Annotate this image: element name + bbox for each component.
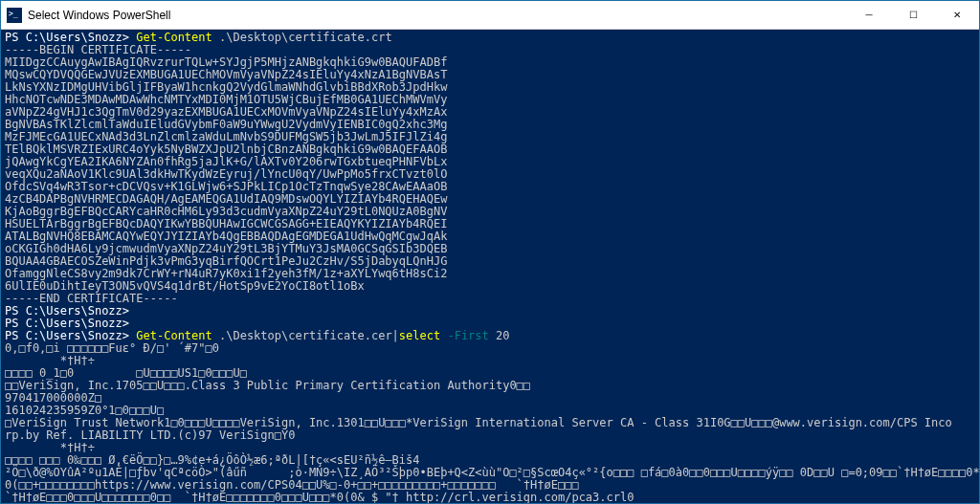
powershell-icon [7, 8, 22, 23]
command-arg: .\Desktop\certificate.cer| [212, 329, 399, 342]
output-line: 161024235959Z0°1□0□□□U□ [5, 404, 164, 417]
maximize-button[interactable]: ☐ [891, 1, 935, 29]
output-line: □□□□ 0_1□0 □U□□□□US1□0□□□U□ [5, 366, 247, 380]
output-line: -----BEGIN CERTIFICATE----- [5, 43, 191, 56]
output-line: 0,□f0,□i □□□□□□Fuɛ° Ð/□' ´#7"□0 [5, 341, 219, 355]
output-line: □VeriSign Trust Network1□0□□□U□□□□VeriSi… [5, 416, 952, 429]
terminal-output[interactable]: PS C:\Users\Snozz> Get-Content .\Desktop… [1, 30, 979, 503]
output-line: `†H†øE□□□0□□□U□□□□□□□0□□ `†H†øE□□□□□□□0□… [5, 491, 634, 503]
output-line: □□□□ □□□ 0‰□□□ Ø,€ëÖ□□}□…9%¢e+á¿ÖôÒ½æ6;ª… [5, 453, 419, 467]
output-line: LkNsYXNzIDMgUHVibGljIFByaW1hcnkgQ2VydGlm… [5, 80, 447, 94]
command: Get-Content [136, 31, 212, 44]
prompt: PS C:\Users\Snozz> [5, 317, 129, 330]
output-line: OfamggNleCS8vy2m9dk7CrWY+rN4uR7yK0xi1f2y… [5, 267, 447, 280]
param-value: 20 [489, 329, 510, 342]
output-line: oCKGIGh0dHA6Ly9jcmwudmVyaXNpZ24uY29tL3Bj… [5, 242, 447, 255]
output-line: ATALBgNVHQ8EBAMCAQYwEQYJYIZIAYb4QgEBBAQD… [5, 230, 447, 243]
output-line: 0(□□+□□□□□□□□https://www.verisign.com/CP… [5, 478, 579, 492]
prompt: PS C:\Users\Snozz> [5, 329, 136, 342]
output-line: jQAwgYkCgYEA2IKA6NYZAn0fhRg5jaJlK+G/lAXT… [5, 155, 447, 168]
output-line: BgNVBAsTKlZlcmlTaWduIEludGVybmF0aW9uYWwg… [5, 118, 447, 131]
output-line: -----END CERTIFICATE----- [5, 292, 178, 305]
command: select [399, 329, 440, 342]
output-line: KjAoBggrBgEFBQcCARYcaHR0cHM6Ly93d3cudmVy… [5, 205, 447, 218]
prompt: PS C:\Users\Snozz> [5, 31, 136, 44]
output-line: 4zCB4DAPBgNVHRMECDAGAQH/AgEAMEQGA1UdIAQ9… [5, 192, 447, 206]
output-line: veqXQu2aNAoV1Klc9UAl3dkHwTKydWzEyruj/lYn… [5, 167, 447, 181]
output-line: BQUAA4GBAECOSZeWinPdjk3vPmG3yqBirfQOCrt1… [5, 254, 447, 268]
output-line: TElBQklMSVRZIExURC4oYyk5NyBWZXJpU2lnbjCB… [5, 142, 447, 156]
window-title: Select Windows PowerShell [28, 9, 847, 22]
titlebar[interactable]: Select Windows PowerShell ─ ☐ ✕ [1, 1, 979, 30]
output-line: rp.by Ref. LIABILITY LTD.(c)97 VeriSign□… [5, 428, 295, 442]
output-line: aVNpZ24gVHJ1c3QgTmV0d29yazEXMBUGA1UECxMO… [5, 105, 447, 119]
output-line: OfdcSVq4wR3Tsor+cDCVQsv+K1GLWjw6+SJPkLIC… [5, 180, 447, 193]
close-button[interactable]: ✕ [935, 1, 979, 29]
output-line: HhcNOTcwNDE3MDAwMDAwWhcNMTYxMDI0MjM1OTU5… [5, 93, 447, 106]
output-line: 6UlIE0uDihtIeyT3ON5vQVS4q1drBt/HotSp9vE2… [5, 279, 365, 293]
minimize-button[interactable]: ─ [847, 1, 891, 29]
output-line: □□VeriSign, Inc.1705□□U□□□.Class 3 Publi… [5, 379, 530, 392]
output-line: *†H†÷ [5, 441, 95, 454]
output-line: 970417000000Z□ [5, 391, 101, 405]
prompt: PS C:\Users\Snozz> [5, 304, 129, 318]
output-line: MzFJMEcGA1UECxNAd3d3LnZlcmlzaWduLmNvbS9D… [5, 130, 447, 143]
output-line: ²Ö□\ð@%OYûA²ºu1AÉ|□ƒbv'qCªcöÒ>"(âűñ ;ò·M… [5, 466, 979, 479]
param-name: -First [440, 329, 489, 342]
command: Get-Content [136, 329, 212, 342]
output-line: *†H†÷ [5, 354, 95, 367]
output-line: MQswCQYDVQQGEwJVUzEXMBUGA1UEChMOVmVyaVNp… [5, 68, 447, 81]
output-line: MIIDgzCCAuygAwIBAgIQRvzrurTQLw+SYJgjP5MH… [5, 55, 447, 69]
output-line: HSUELTArBggrBgEFBQcDAQYIKwYBBQUHAwIGCWCG… [5, 217, 447, 230]
window-controls: ─ ☐ ✕ [847, 1, 979, 29]
command-arg: .\Desktop\certificate.crt [212, 31, 392, 44]
